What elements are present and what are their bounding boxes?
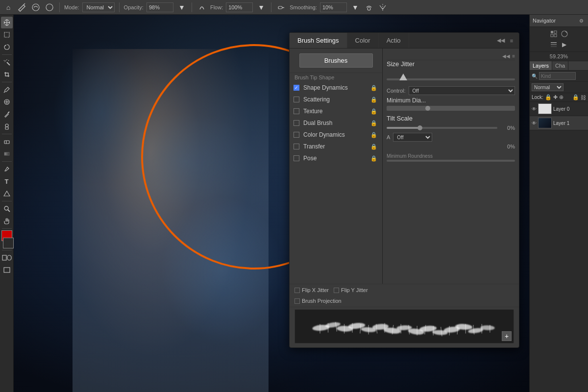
smoothing-options-icon[interactable]: [364, 2, 374, 13]
pose-checkbox[interactable]: [294, 155, 299, 161]
smoothing-value[interactable]: 10%: [320, 2, 347, 12]
brush-options-icon[interactable]: [30, 2, 41, 13]
healing-tool[interactable]: [1, 96, 13, 108]
color-correction-icon[interactable]: [560, 29, 569, 39]
tab-layers[interactable]: Layers: [530, 61, 552, 70]
control-select[interactable]: Off Fade Pen Pressure: [409, 86, 515, 95]
blend-mode-select[interactable]: Normal: [532, 83, 564, 91]
gradient-tool[interactable]: [1, 148, 13, 160]
size-jitter-slider-thumb[interactable]: [399, 74, 407, 80]
svg-point-2: [46, 4, 53, 11]
pose-lock-icon[interactable]: 🔒: [370, 155, 377, 162]
expand-icon[interactable]: ◀◀: [502, 53, 510, 59]
lasso-tool[interactable]: [1, 41, 13, 53]
background-color[interactable]: [3, 238, 14, 248]
panel-menu-icon[interactable]: ≡: [507, 36, 516, 45]
layer-item-1[interactable]: 👁 Layer 0: [530, 102, 588, 116]
crop-tool[interactable]: [1, 69, 13, 80]
opacity-arrow-icon[interactable]: ▼: [176, 2, 187, 13]
flow-value[interactable]: 100%: [226, 2, 253, 12]
mode-select[interactable]: Normal: [82, 2, 115, 12]
angle-row: A Off: [387, 133, 515, 142]
zoom-tool[interactable]: [1, 203, 13, 215]
brush-tool[interactable]: [1, 108, 13, 120]
scattering-lock-icon[interactable]: 🔒: [370, 97, 377, 103]
transfer-lock-icon[interactable]: 🔒: [370, 144, 377, 150]
smoothing-arrow-icon[interactable]: ▼: [350, 2, 361, 13]
opacity-value[interactable]: 98%: [147, 2, 173, 12]
pose-item[interactable]: Pose 🔒: [290, 152, 382, 164]
shape-dynamics-checkbox[interactable]: ✓: [294, 85, 299, 91]
tilt-scale-thumb[interactable]: [417, 125, 422, 130]
tab-channels[interactable]: Cha: [552, 61, 568, 70]
texture-lock-icon[interactable]: 🔒: [370, 108, 377, 115]
brush-tool-icon[interactable]: [17, 2, 27, 13]
brushes-button[interactable]: Brushes: [299, 53, 373, 68]
flip-y-checkbox[interactable]: [334, 288, 339, 293]
shape-dynamics-label: Shape Dynamics: [303, 84, 348, 91]
hand-tool[interactable]: [1, 215, 13, 227]
panel-tools-area: ▶: [530, 27, 588, 52]
home-icon[interactable]: ⌂: [3, 2, 14, 13]
shape-dynamics-item[interactable]: ✓ Shape Dynamics 🔒: [290, 82, 382, 94]
flow-arrow-icon[interactable]: ▼: [256, 2, 267, 13]
color-dynamics-item[interactable]: Color Dynamics 🔒: [290, 129, 382, 141]
play-icon[interactable]: ▶: [560, 40, 569, 49]
dual-brush-item[interactable]: Dual Brush 🔒: [290, 117, 382, 129]
move-tool[interactable]: [1, 17, 13, 28]
angle-select[interactable]: Off: [393, 133, 432, 142]
panel-collapse-icon[interactable]: ◀◀: [496, 36, 505, 45]
brush-projection-checkbox[interactable]: [294, 298, 300, 304]
eyedropper-tool[interactable]: [1, 84, 13, 96]
layers-kind-filter[interactable]: [539, 72, 576, 80]
layer-2-eye-icon[interactable]: 👁: [532, 121, 537, 126]
tab-brush-settings[interactable]: Brush Settings: [290, 33, 347, 48]
magic-wand-tool[interactable]: [1, 56, 13, 68]
airbrush-icon[interactable]: [276, 2, 287, 13]
size-jitter-group: Size Jitter: [387, 60, 515, 82]
flip-x-checkbox[interactable]: [294, 288, 300, 293]
scattering-item[interactable]: Scattering 🔒: [290, 94, 382, 105]
scattering-checkbox[interactable]: [294, 97, 299, 102]
lock-all-icon[interactable]: 🔒: [572, 94, 579, 100]
lock-pixels-icon[interactable]: 🔒: [545, 94, 552, 100]
texture-checkbox[interactable]: [294, 108, 299, 114]
screen-mode-icon[interactable]: [1, 264, 13, 276]
brush-tip-shape-item[interactable]: Brush Tip Shape: [290, 73, 382, 82]
layer-item-2[interactable]: 👁 Layer 1: [530, 116, 588, 130]
min-dia-slider[interactable]: [387, 106, 515, 111]
min-dia-thumb[interactable]: [425, 106, 430, 111]
symmetry-icon[interactable]: [377, 2, 388, 13]
min-roundness-slider[interactable]: [387, 160, 515, 162]
dual-brush-lock-icon[interactable]: 🔒: [370, 120, 377, 126]
pressure-icon[interactable]: [196, 2, 207, 13]
transfer-item[interactable]: Transfer 🔒: [290, 141, 382, 152]
channels-icon[interactable]: [549, 40, 559, 49]
texture-item[interactable]: Texture 🔒: [290, 105, 382, 117]
dual-brush-checkbox[interactable]: [294, 120, 299, 126]
tab-actions[interactable]: Actio: [379, 33, 409, 48]
selection-tool[interactable]: [1, 29, 13, 41]
transfer-checkbox[interactable]: [294, 144, 299, 149]
navigator-settings-icon[interactable]: ⚙: [577, 17, 585, 24]
layer-1-eye-icon[interactable]: 👁: [532, 106, 537, 112]
color-dynamics-checkbox[interactable]: [294, 132, 299, 138]
add-brush-button[interactable]: +: [502, 331, 512, 341]
color-dynamics-lock-icon[interactable]: 🔒: [370, 132, 377, 138]
pen-tool[interactable]: [1, 163, 13, 175]
svg-rect-18: [5, 127, 8, 129]
chain-icon[interactable]: ⛓: [581, 95, 586, 100]
shape-tool[interactable]: [1, 188, 13, 199]
shape-dynamics-lock-icon[interactable]: 🔒: [370, 85, 377, 91]
brush-size-icon[interactable]: [44, 2, 55, 13]
tab-color[interactable]: Color: [347, 33, 379, 48]
quick-mask-icon[interactable]: [1, 252, 13, 264]
lock-position-icon[interactable]: ✚: [553, 94, 558, 100]
tilt-scale-slider[interactable]: [387, 127, 497, 129]
clone-stamp-tool[interactable]: [1, 121, 13, 132]
eraser-tool[interactable]: [1, 136, 13, 147]
adjustment-layer-icon[interactable]: [549, 29, 559, 39]
lock-artboard-icon[interactable]: ⊕: [559, 94, 564, 100]
type-tool[interactable]: T: [1, 175, 13, 187]
list-icon[interactable]: ≡: [512, 53, 515, 59]
